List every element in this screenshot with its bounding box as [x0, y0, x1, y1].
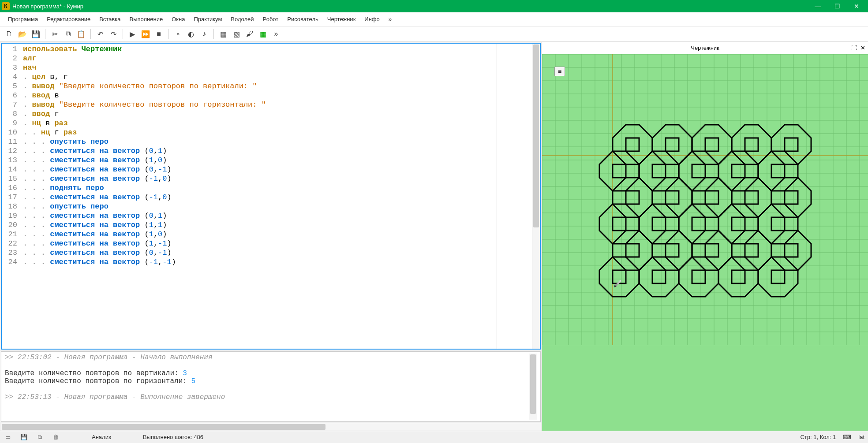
svg-rect-68: [785, 244, 798, 257]
more-icon[interactable]: »: [270, 28, 282, 40]
code-line[interactable]: . . . сместиться на вектор (0,1): [23, 211, 494, 220]
toolbar: 🗋 📂 💾 ✂ ⧉ 📋 ↶ ↷ ▶ ⏩ ■ ⚬ ◐ ♪ ▦ ▧ 🖌 ▦ »: [0, 26, 868, 42]
code-line[interactable]: . . . сместиться на вектор (1,0): [23, 230, 494, 239]
menu-водолей[interactable]: Водолей: [226, 14, 258, 24]
drawer-title: Чертежник: [691, 45, 719, 51]
svg-rect-52: [626, 244, 639, 257]
code-line[interactable]: нач: [23, 63, 494, 72]
code-line[interactable]: . . . сместиться на вектор (1,0): [23, 156, 494, 165]
save-file-icon[interactable]: 💾: [30, 28, 41, 40]
brush-icon[interactable]: 🖌: [244, 28, 255, 40]
cut-icon[interactable]: ✂: [49, 28, 60, 40]
menu-робот[interactable]: Робот: [258, 14, 283, 24]
panel-close-icon[interactable]: ✕: [861, 45, 865, 51]
code-line[interactable]: . ввод г: [23, 109, 494, 119]
paste-icon[interactable]: 📋: [75, 28, 87, 40]
minimize-button[interactable]: —: [808, 0, 827, 12]
console-input-2: 5: [191, 377, 195, 385]
code-line[interactable]: . . . сместиться на вектор (-1,0): [23, 174, 494, 183]
svg-rect-78: [692, 217, 705, 231]
code-line[interactable]: . . . опустить перо: [23, 202, 494, 211]
console-scrollbar[interactable]: [529, 354, 537, 420]
code-line[interactable]: . нц в раз: [23, 119, 494, 128]
code-editor[interactable]: 123456789101112131415161718192021222324 …: [1, 43, 541, 350]
grid-green-icon[interactable]: ▦: [257, 28, 269, 40]
tool-3-icon[interactable]: ♪: [198, 28, 210, 40]
status-analysis: Анализ: [92, 434, 111, 440]
code-line[interactable]: использовать Чертежник: [23, 45, 494, 54]
code-line[interactable]: . вывод "Введите количество повторов по …: [23, 82, 494, 91]
maximize-button[interactable]: ☐: [827, 0, 847, 12]
tool-2-icon[interactable]: ◐: [185, 28, 197, 40]
code-line[interactable]: . . . сместиться на вектор (-1,0): [23, 193, 494, 202]
status-keyboard-icon[interactable]: ⌨: [843, 434, 851, 440]
status-lang[interactable]: lat: [858, 434, 864, 440]
code-line[interactable]: . цел в, г: [23, 72, 494, 82]
menu-инфо[interactable]: Инфо: [360, 14, 384, 24]
code-line[interactable]: . . нц г раз: [23, 128, 494, 137]
status-copy-icon[interactable]: ⧉: [35, 433, 44, 442]
menu-чертежник[interactable]: Чертежник: [323, 14, 360, 24]
status-icon-1[interactable]: ▭: [4, 433, 12, 442]
menu-вставка[interactable]: Вставка: [95, 14, 125, 24]
menu-практикум[interactable]: Практикум: [189, 14, 226, 24]
svg-rect-70: [613, 217, 626, 231]
grid-1-icon[interactable]: ▦: [217, 28, 229, 40]
menu-редактирование[interactable]: Редактирование: [42, 14, 95, 24]
menubar: ПрограммаРедактированиеВставкаВыполнение…: [0, 12, 868, 26]
panel-maximize-icon[interactable]: ⛶: [851, 45, 857, 51]
code-line[interactable]: . ввод в: [23, 91, 494, 100]
svg-rect-56: [666, 244, 679, 257]
svg-rect-104: [745, 138, 758, 151]
menu-выполнение[interactable]: Выполнение: [125, 14, 167, 24]
statusbar: ▭ 💾 ⧉ 🗑 Анализ Выполнено шагов: 486 Стр:…: [0, 431, 868, 443]
code-line[interactable]: . . . сместиться на вектор (1,-1): [23, 239, 494, 248]
run-icon[interactable]: ▶: [127, 28, 138, 40]
code-line[interactable]: . . . сместиться на вектор (-1,-1): [23, 257, 494, 267]
open-file-icon[interactable]: 📂: [17, 28, 28, 40]
grid-2-icon[interactable]: ▧: [231, 28, 242, 40]
console-log-start: >> 22:53:02 - Новая программа - Начало в…: [5, 354, 529, 361]
svg-rect-64: [745, 244, 758, 257]
copy-icon[interactable]: ⧉: [62, 28, 74, 40]
window-title: Новая программа* - Кумир: [12, 3, 808, 10]
menu-окна[interactable]: Окна: [167, 14, 189, 24]
code-line[interactable]: . . . сместиться на вектор (1,1): [23, 220, 494, 230]
status-steps: Выполнено шагов: 486: [143, 434, 203, 440]
svg-rect-54: [652, 270, 666, 283]
code-line[interactable]: . . . сместиться на вектор (0,-1): [23, 248, 494, 257]
svg-rect-98: [692, 164, 705, 178]
step-icon[interactable]: ⏩: [140, 28, 151, 40]
code-line[interactable]: . . . поднять перо: [23, 183, 494, 193]
canvas-menu-icon[interactable]: [554, 67, 565, 76]
code-line[interactable]: . вывод "Введите количество повторов по …: [23, 100, 494, 109]
close-button[interactable]: ✕: [847, 0, 866, 12]
svg-rect-92: [626, 138, 639, 151]
code-line[interactable]: . . . сместиться на вектор (0,1): [23, 146, 494, 156]
code-line[interactable]: алг: [23, 54, 494, 63]
code-line[interactable]: . . . сместиться на вектор (0,-1): [23, 165, 494, 174]
svg-rect-80: [705, 191, 718, 204]
undo-icon[interactable]: ↶: [94, 28, 106, 40]
menu-»[interactable]: »: [384, 14, 396, 24]
svg-rect-96: [666, 138, 679, 151]
console[interactable]: >> 22:53:02 - Новая программа - Начало в…: [1, 351, 541, 422]
new-file-icon[interactable]: 🗋: [4, 28, 15, 40]
horizontal-scrollbar[interactable]: [1, 423, 541, 431]
editor-scrollbar[interactable]: [532, 44, 540, 349]
status-delete-icon[interactable]: 🗑: [51, 433, 60, 442]
menu-рисователь[interactable]: Рисователь: [283, 14, 322, 24]
code-line[interactable]: . . . опустить перо: [23, 137, 494, 146]
drawing-canvas[interactable]: [542, 54, 868, 431]
svg-rect-90: [613, 164, 626, 178]
menu-программа[interactable]: Программа: [4, 14, 42, 24]
redo-icon[interactable]: ↷: [108, 28, 119, 40]
svg-rect-102: [732, 164, 745, 178]
svg-rect-108: [785, 138, 798, 151]
console-input-1: 3: [183, 369, 187, 377]
console-prompt-1: Введите количество повторов по вертикали…: [5, 369, 183, 377]
tool-1-icon[interactable]: ⚬: [172, 28, 183, 40]
stop-icon[interactable]: ■: [153, 28, 165, 40]
app-icon: К: [2, 2, 10, 10]
status-save-icon[interactable]: 💾: [19, 433, 28, 442]
